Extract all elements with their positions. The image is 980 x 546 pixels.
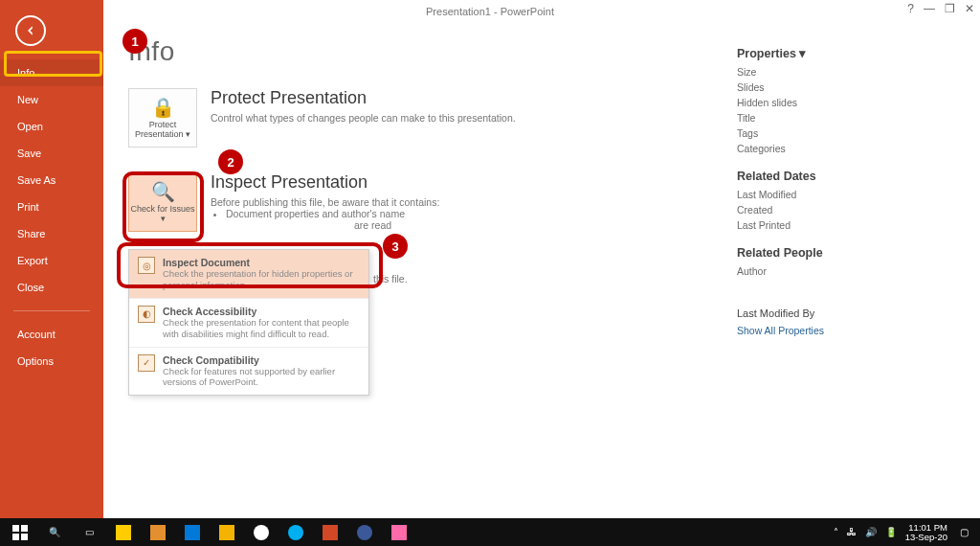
svg-rect-0 <box>12 525 19 532</box>
maximize-button[interactable]: ❐ <box>945 2 955 15</box>
taskbar-app-3[interactable] <box>176 518 209 546</box>
check-accessibility-item[interactable]: ◐ Check Accessibility Check the presenta… <box>129 298 368 347</box>
start-button[interactable] <box>4 518 36 546</box>
file-explorer-icon <box>116 525 131 540</box>
app-titlebar: Presentation1 - PowerPoint ? — ❐ ✕ <box>0 0 980 23</box>
task-view-icon: ▭ <box>85 527 94 537</box>
protect-body: Protect Presentation Control what types … <box>211 88 516 124</box>
dd-sub-1: Check the presentation for hidden proper… <box>163 268 360 291</box>
inspect-document-item[interactable]: ◎ Inspect Document Check the presentatio… <box>129 250 368 298</box>
app-icon <box>357 525 372 540</box>
prop-last-modified: Last Modified <box>737 187 947 202</box>
nav-export[interactable]: Export <box>0 247 103 274</box>
prop-author[interactable]: Author <box>737 263 947 279</box>
notification-icon: ▢ <box>960 527 969 537</box>
nav-separator <box>13 310 90 311</box>
windows-icon <box>12 525 28 540</box>
taskbar-app-6[interactable] <box>279 518 312 546</box>
taskbar-app-8[interactable] <box>348 518 381 546</box>
volume-icon[interactable]: 🔊 <box>865 527 877 537</box>
inspect-trail2: this file. <box>373 273 439 284</box>
backstage-sidebar: Info New Open Save Save As Print Share E… <box>0 0 103 518</box>
properties-panel: Properties ▾ Size Slides Hidden slides T… <box>737 23 947 338</box>
check-issues-dropdown: ◎ Inspect Document Check the presentatio… <box>128 249 369 396</box>
check-issues-label: Check for Issues ▾ <box>129 205 196 224</box>
dd-title-3: Check Compatibility <box>163 354 360 366</box>
windows-taskbar: 🔍 ▭ ˄ 🖧 🔊 🔋 11:01 PM 13-Sep-20 ▢ <box>0 518 980 546</box>
folder-icon <box>150 525 166 540</box>
protect-button-label: Protect Presentation ▾ <box>129 121 196 140</box>
search-button[interactable]: 🔍 <box>38 518 71 546</box>
close-button[interactable]: ✕ <box>965 2 974 15</box>
powerpoint-icon <box>323 525 338 540</box>
sticky-notes-icon <box>219 525 234 540</box>
nav-new[interactable]: New <box>0 86 103 113</box>
nav-share[interactable]: Share <box>0 220 103 247</box>
properties-heading[interactable]: Properties ▾ <box>737 46 947 60</box>
skype-icon <box>288 525 303 540</box>
clock-date: 13-Sep-20 <box>905 533 947 542</box>
prop-tags[interactable]: Tags <box>737 125 947 141</box>
taskbar-app-1[interactable] <box>107 518 140 546</box>
svg-rect-1 <box>21 525 28 532</box>
prop-categories[interactable]: Categories <box>737 141 947 156</box>
back-button[interactable] <box>15 15 46 46</box>
task-view-button[interactable]: ▭ <box>73 518 105 546</box>
nav-account[interactable]: Account <box>0 321 103 348</box>
show-all-properties-link[interactable]: Show All Properties <box>737 323 947 338</box>
inspect-icon: 🔍 <box>151 181 175 202</box>
lock-icon: 🔒 <box>151 97 175 118</box>
check-compatibility-item[interactable]: ✓ Check Compatibility Check for features… <box>129 347 368 396</box>
nav-save[interactable]: Save <box>0 140 103 167</box>
check-for-issues-button[interactable]: 🔍 Check for Issues ▾ <box>128 172 197 232</box>
nav-options[interactable]: Options <box>0 348 103 375</box>
dd-title-2: Check Accessibility <box>163 306 360 317</box>
action-center-button[interactable]: ▢ <box>953 518 974 546</box>
inspect-heading: Inspect Presentation <box>211 172 439 193</box>
inspect-trail: are read <box>354 219 439 231</box>
callout-badge-3: 3 <box>383 234 408 259</box>
help-button[interactable]: ? <box>907 2 914 15</box>
app-title: Presentation1 - PowerPoint <box>426 6 554 17</box>
tray-chevron-icon[interactable]: ˄ <box>834 527 838 537</box>
minimize-button[interactable]: — <box>924 2 935 15</box>
prop-created: Created <box>737 202 947 217</box>
window-controls: ? — ❐ ✕ <box>907 2 974 15</box>
chrome-icon <box>254 525 269 540</box>
prop-hidden-slides[interactable]: Hidden slides <box>737 95 947 110</box>
inspect-bullet: Document properties and author's name <box>226 208 439 219</box>
dd-sub-3: Check for features not supported by earl… <box>163 366 360 389</box>
outlook-icon <box>185 525 200 540</box>
nav-close[interactable]: Close <box>0 274 103 301</box>
protect-presentation-button[interactable]: 🔒 Protect Presentation ▾ <box>128 88 197 148</box>
prop-title[interactable]: Title <box>737 110 947 125</box>
taskbar-clock[interactable]: 11:01 PM 13-Sep-20 <box>905 523 947 541</box>
inspect-intro: Before publishing this file, be aware th… <box>211 196 439 208</box>
related-dates-heading: Related Dates <box>737 170 947 183</box>
nav-save-as[interactable]: Save As <box>0 167 103 193</box>
system-tray[interactable]: ˄ 🖧 🔊 🔋 <box>831 527 899 537</box>
dd-title-1: Inspect Document <box>163 257 360 268</box>
taskbar-app-7[interactable] <box>314 518 346 546</box>
prop-slides[interactable]: Slides <box>737 80 947 95</box>
arrow-left-icon <box>24 24 37 37</box>
taskbar-app-5[interactable] <box>245 518 278 546</box>
inspect-bullets: Document properties and author's name <box>226 208 439 219</box>
svg-rect-3 <box>21 534 28 540</box>
nav-info[interactable]: Info <box>0 59 103 86</box>
nav-print[interactable]: Print <box>0 193 103 220</box>
network-icon[interactable]: 🖧 <box>847 527 857 537</box>
taskbar-app-2[interactable] <box>142 518 174 546</box>
inspect-document-icon: ◎ <box>138 257 155 274</box>
battery-icon[interactable]: 🔋 <box>885 527 897 537</box>
nav-open[interactable]: Open <box>0 113 103 140</box>
callout-badge-1: 1 <box>122 29 147 54</box>
prop-size[interactable]: Size <box>737 64 947 80</box>
protect-heading: Protect Presentation <box>211 88 516 108</box>
eraser-icon <box>391 525 407 540</box>
dd-sub-2: Check the presentation for content that … <box>163 317 360 340</box>
taskbar-app-9[interactable] <box>383 518 415 546</box>
taskbar-app-4[interactable] <box>211 518 243 546</box>
related-people-heading: Related People <box>737 246 947 260</box>
callout-badge-2: 2 <box>218 149 243 174</box>
